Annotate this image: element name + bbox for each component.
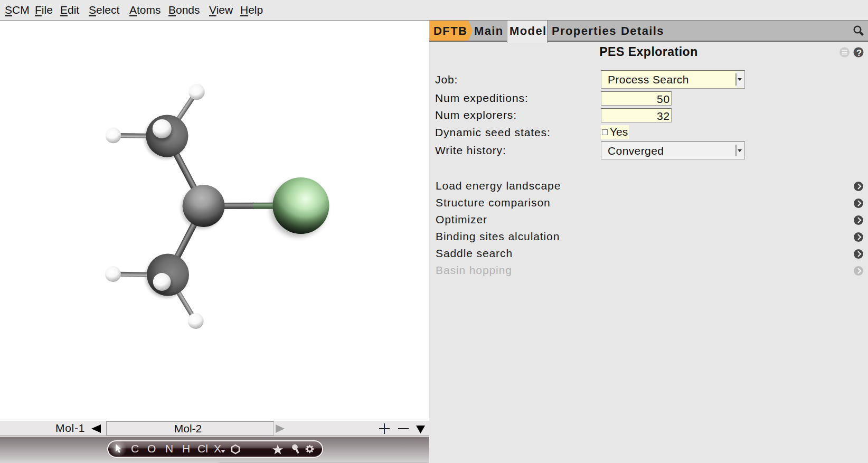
svg-text:N: N <box>165 442 173 455</box>
svg-text:O: O <box>147 442 156 455</box>
svg-text:?: ? <box>856 48 862 58</box>
svg-text:C: C <box>131 442 139 455</box>
svg-text:X: X <box>214 442 221 455</box>
svg-text:H: H <box>182 442 190 455</box>
svg-text:Cl: Cl <box>197 442 208 455</box>
